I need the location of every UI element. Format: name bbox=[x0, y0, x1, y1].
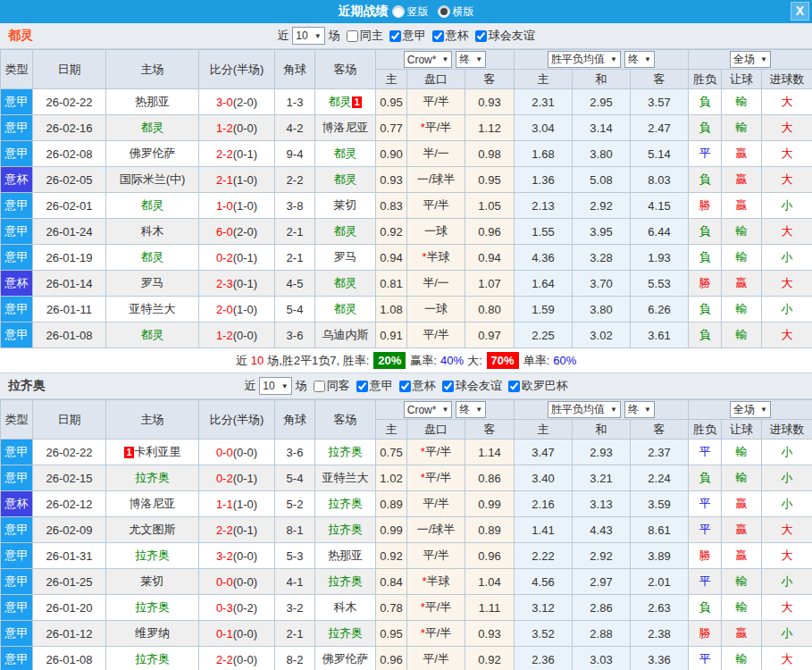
avg-group-header: 胜平负均值▼终▼ bbox=[515, 50, 689, 70]
chevron-down-icon: ▼ bbox=[475, 55, 482, 63]
cell-result-goals: 大 bbox=[762, 115, 812, 141]
cell-avg-away: 2.37 bbox=[631, 440, 689, 465]
scope-select[interactable]: 全场▼ bbox=[730, 401, 771, 418]
cell-league-type: 意甲 bbox=[1, 193, 33, 219]
match-count-value: 10 bbox=[263, 380, 274, 392]
odds-source-select[interactable]: Crow*▼ bbox=[404, 401, 453, 418]
cell-league-type: 意甲 bbox=[1, 621, 33, 647]
summary-text: 大: bbox=[467, 353, 482, 369]
radio-circle-icon[interactable] bbox=[392, 5, 405, 18]
checkbox-input[interactable] bbox=[475, 30, 487, 42]
odds-state-select[interactable]: 终▼ bbox=[456, 51, 486, 68]
checkbox-label: 意杯 bbox=[446, 28, 469, 44]
checkbox-input[interactable] bbox=[432, 30, 444, 42]
cell-date: 26-02-01 bbox=[33, 193, 106, 219]
close-icon[interactable]: X bbox=[791, 2, 809, 21]
score-halftime: (1-0) bbox=[233, 199, 257, 213]
avg-state-select[interactable]: 终▼ bbox=[624, 51, 655, 68]
filter-checkbox[interactable]: 球会友谊 bbox=[469, 28, 535, 44]
odds-source-select[interactable]: Crow*▼ bbox=[404, 51, 453, 68]
radio-horizontal-label: 横版 bbox=[453, 4, 474, 20]
filter-checkbox[interactable]: 欧罗巴杯 bbox=[502, 378, 568, 394]
col-score: 比分(半场) bbox=[199, 50, 275, 89]
checkbox-input[interactable] bbox=[442, 381, 454, 392]
cell-result-handicap: 贏 bbox=[722, 167, 762, 193]
radio-circle-icon[interactable] bbox=[438, 5, 450, 18]
col-avg-home: 主 bbox=[515, 420, 573, 440]
odds-state-value: 终 bbox=[459, 402, 470, 417]
cell-score: 0-3(0-2) bbox=[199, 595, 275, 621]
filter-checkbox[interactable]: 意杯 bbox=[426, 28, 469, 44]
avg-source-select[interactable]: 胜平负均值▼ bbox=[548, 401, 621, 418]
cell-away-team: 罗马 bbox=[315, 245, 376, 271]
cell-corner: 9-4 bbox=[275, 141, 315, 167]
filter-checkbox[interactable]: 球会友谊 bbox=[436, 378, 502, 394]
cell-result-handicap: 輸 bbox=[722, 297, 762, 322]
odds-state-select[interactable]: 终▼ bbox=[456, 401, 486, 418]
handicap-value: 平/半 bbox=[423, 328, 449, 341]
score-halftime: (0-0) bbox=[233, 575, 257, 589]
avg-state-select[interactable]: 终▼ bbox=[624, 401, 655, 418]
team-link: 维罗纳 bbox=[135, 626, 170, 640]
scope-select[interactable]: 全场▼ bbox=[730, 51, 771, 68]
team-link: 拉齐奥 bbox=[135, 471, 170, 484]
team-link: 亚特兰大 bbox=[130, 302, 176, 315]
filter-checkbox[interactable]: 同主 bbox=[340, 28, 383, 44]
cell-avg-away: 1.93 bbox=[631, 245, 689, 271]
radio-vertical-layout[interactable]: 竖版 bbox=[392, 4, 429, 20]
cell-away-team: 都灵 bbox=[315, 141, 376, 167]
avg-source-select[interactable]: 胜平负均值▼ bbox=[548, 51, 621, 68]
team-link: 热那亚 bbox=[328, 549, 363, 562]
table-row: 意甲26-01-24科木6-0(2-0)2-1都灵0.92一球0.961.553… bbox=[1, 219, 812, 245]
team-link: 尤文图斯 bbox=[130, 523, 176, 536]
cell-result-handicap: 輸 bbox=[722, 115, 762, 141]
cell-home-team: 都灵 bbox=[106, 193, 199, 219]
team-link: 乌迪内斯 bbox=[322, 328, 369, 341]
filter-checkbox[interactable]: 意甲 bbox=[350, 378, 393, 394]
cell-league-type: 意甲 bbox=[1, 245, 33, 271]
checkbox-input[interactable] bbox=[389, 30, 401, 42]
cell-score: 0-2(0-1) bbox=[199, 245, 275, 271]
cell-avg-away: 3.61 bbox=[631, 322, 689, 348]
checkbox-input[interactable] bbox=[314, 381, 325, 392]
recent-label: 近 bbox=[244, 378, 255, 394]
filter-checkbox[interactable]: 同客 bbox=[307, 378, 350, 394]
cell-home-team: 拉齐奥 bbox=[106, 465, 199, 491]
match-count-select[interactable]: 10▼ bbox=[259, 377, 291, 395]
checkbox-input[interactable] bbox=[508, 381, 520, 392]
checkbox-input[interactable] bbox=[399, 381, 411, 392]
cell-avg-home: 1.36 bbox=[515, 167, 573, 193]
cell-league-type: 意甲 bbox=[1, 569, 33, 595]
cell-result-goals: 大 bbox=[762, 219, 812, 245]
cell-result-handicap: 贏 bbox=[722, 517, 762, 543]
col-corner: 角球 bbox=[275, 400, 315, 440]
page-title: 近期战绩 bbox=[339, 4, 389, 20]
cell-league-type: 意杯 bbox=[1, 167, 33, 193]
cell-result-outcome: 負 bbox=[689, 245, 722, 271]
filter-checkbox[interactable]: 意杯 bbox=[393, 378, 436, 394]
cell-result-outcome: 負 bbox=[689, 89, 722, 115]
checkbox-input[interactable] bbox=[356, 381, 368, 392]
cell-avg-away: 5.53 bbox=[631, 271, 689, 297]
cell-home-team: 国际米兰(中) bbox=[106, 167, 199, 193]
handicap-value: 半球 bbox=[427, 250, 450, 264]
cell-odds-home: 0.99 bbox=[376, 517, 407, 543]
matches-label: 场 bbox=[296, 378, 307, 394]
checkbox-input[interactable] bbox=[347, 30, 358, 42]
cell-odds-home: 0.93 bbox=[376, 167, 407, 193]
cell-result-handicap: 輸 bbox=[722, 569, 762, 595]
cell-handicap: 半/一 bbox=[407, 141, 465, 167]
cell-home-team: 拉齐奥 bbox=[106, 647, 199, 670]
avg-source-value: 胜平负均值 bbox=[551, 402, 605, 417]
filter-checkbox[interactable]: 意甲 bbox=[383, 28, 426, 44]
col-avg-away: 客 bbox=[631, 420, 689, 440]
cell-result-handicap: 輸 bbox=[722, 89, 762, 115]
recent-label: 近 bbox=[277, 28, 289, 44]
cell-result-goals: 小 bbox=[762, 465, 812, 491]
cell-result-outcome: 平 bbox=[689, 491, 722, 517]
cell-date: 26-02-05 bbox=[33, 167, 106, 193]
score-fulltime: 0-2 bbox=[216, 472, 233, 485]
cell-date: 26-01-31 bbox=[33, 543, 106, 569]
radio-horizontal-layout[interactable]: 横版 bbox=[438, 4, 474, 20]
match-count-select[interactable]: 10▼ bbox=[292, 27, 324, 45]
